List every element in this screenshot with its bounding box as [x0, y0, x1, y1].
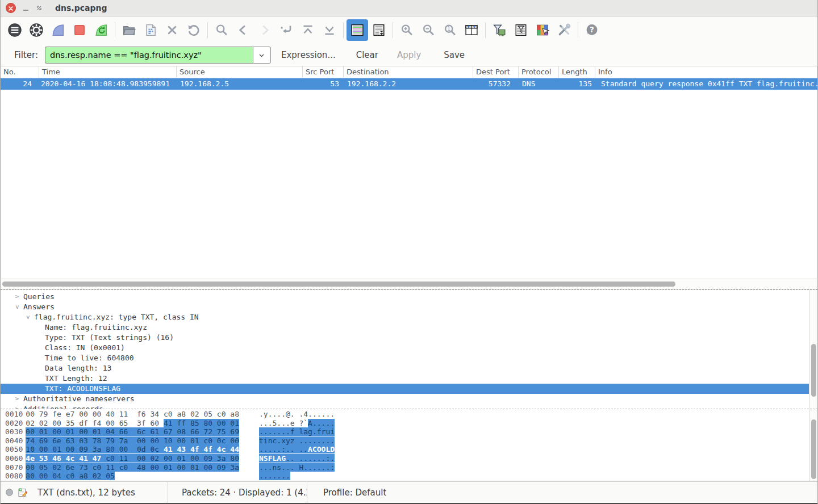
tree-row[interactable]: Type: TXT (Text strings) (16) [1, 333, 809, 343]
auto-scroll-button[interactable] [368, 19, 390, 41]
hscrollbar-thumb[interactable] [2, 282, 675, 287]
save-file-icon [143, 22, 158, 38]
capture-comment-icon[interactable] [16, 486, 28, 498]
hex-offset: 0040 [1, 436, 23, 445]
close-file-button[interactable] [161, 19, 183, 41]
save-button[interactable]: Save [444, 50, 465, 60]
filter-input[interactable] [45, 47, 253, 64]
bytes-scrollbar-thumb[interactable] [811, 419, 816, 479]
tree-row[interactable]: >Answers [1, 302, 809, 312]
tree-row[interactable]: >Authoritative nameservers [1, 394, 809, 404]
packet-list-hscrollbar[interactable] [1, 279, 817, 289]
filter-history-dropdown[interactable] [253, 47, 271, 64]
collapse-icon[interactable]: > [23, 313, 33, 321]
minimize-window-button[interactable] [22, 3, 30, 14]
coloring-rules-icon [535, 22, 550, 38]
hex-row[interactable]: 007000 05 02 6e 73 c0 11 c0 48 00 01 00 … [1, 463, 809, 472]
hex-row[interactable]: 001000 79 fe e7 00 00 40 11 f6 34 c0 a8 … [1, 410, 809, 419]
hex-row[interactable]: 004074 69 6e 63 03 78 79 7a 00 00 10 00 … [1, 436, 809, 446]
hex-row[interactable]: 005010 00 01 00 09 3a 80 00 0d 0c 41 43 … [1, 445, 809, 454]
hex-row[interactable]: 008080 00 04 c0 a8 02 05....... [1, 472, 809, 481]
toolbar-separator [485, 22, 486, 38]
preferences-icon [556, 22, 572, 38]
column-header-no[interactable]: No. [1, 66, 39, 78]
column-header-time[interactable]: Time [39, 66, 177, 78]
collapse-icon[interactable]: > [12, 303, 22, 311]
go-to-packet-button[interactable] [276, 19, 297, 41]
column-header-source[interactable]: Source [177, 66, 303, 78]
interface-list-icon [7, 22, 23, 38]
bytes-scrollbar[interactable] [809, 409, 817, 481]
colorize-button[interactable] [347, 19, 368, 41]
cell-time: 2020-04-16 18:08:48.983959891 [39, 78, 177, 90]
help-button[interactable]: ? [581, 19, 603, 41]
tree-row[interactable]: Class: IN (0x0001) [1, 343, 809, 353]
hex-row[interactable]: 00604e 53 46 4c 41 47 c0 11 00 02 00 01 … [1, 454, 809, 463]
column-header-length[interactable]: Length [559, 66, 595, 78]
zoom-100-button[interactable]: 1 [439, 19, 461, 41]
reload-button[interactable] [183, 19, 204, 41]
zoom-out-button[interactable] [418, 19, 439, 41]
apply-button[interactable]: Apply [397, 50, 421, 60]
go-last-packet-button[interactable] [319, 19, 340, 41]
title-bar: dns.pcapng [1, 0, 817, 16]
cell-info: Standard query response 0x41ff TXT flag.… [595, 78, 817, 90]
packet-row-selected[interactable]: 24 2020-04-16 18:08:48.983959891 192.168… [1, 78, 817, 90]
find-packet-button[interactable] [211, 19, 232, 41]
tree-row[interactable]: >flag.fruitinc.xyz: type TXT, class IN [1, 312, 809, 322]
tree-row[interactable]: Data length: 13 [1, 363, 809, 373]
details-scrollbar[interactable] [809, 290, 817, 409]
hex-row[interactable]: 003000 01 00 01 00 01 04 66 6c 61 67 08 … [1, 427, 809, 436]
close-window-button[interactable] [6, 3, 16, 13]
capture-restart-button[interactable] [90, 19, 112, 41]
capture-stop-button[interactable] [69, 19, 90, 41]
resize-columns-button[interactable] [461, 19, 482, 41]
status-profile[interactable]: Profile: Default [323, 488, 386, 498]
tree-row-selected[interactable]: TXT: ACOOLDNSFLAG [1, 384, 809, 394]
display-filters-button[interactable] [510, 19, 532, 41]
packet-details-rows: >Queries>Answers>flag.fruitinc.xyz: type… [1, 290, 809, 409]
tree-row[interactable]: TXT Length: 12 [1, 373, 809, 384]
tree-row[interactable]: Time to live: 604800 [1, 353, 809, 363]
column-header-protocol[interactable]: Protocol [519, 66, 559, 78]
hex-offset: 0050 [1, 445, 23, 453]
tree-row[interactable]: >Queries [1, 292, 809, 302]
preferences-button[interactable] [553, 19, 575, 41]
go-first-packet-button[interactable] [297, 19, 319, 41]
hex-row[interactable]: 002002 02 00 35 df f4 00 65 3f 60 41 ff … [1, 419, 809, 428]
capture-stop-icon [72, 22, 87, 38]
capture-start-button[interactable] [47, 19, 69, 41]
wireshark-window: dns.pcapng 1? Filter: Expression... Clea… [0, 0, 818, 504]
tree-row[interactable]: >Additional records [1, 404, 809, 409]
column-header-dest-port[interactable]: Dest Port [473, 66, 519, 78]
capture-options-button[interactable] [26, 19, 47, 41]
tree-row-label: Queries [21, 292, 55, 302]
tree-row[interactable]: Name: flag.fruitinc.xyz [1, 322, 809, 333]
column-header-info[interactable]: Info [595, 66, 817, 78]
expand-icon[interactable]: > [13, 394, 21, 404]
cell-length: 135 [559, 78, 595, 90]
go-back-button[interactable] [232, 19, 254, 41]
help-icon: ? [584, 22, 600, 38]
expand-icon[interactable]: > [13, 292, 21, 302]
restore-window-button[interactable] [35, 3, 43, 14]
save-file-button[interactable] [140, 19, 161, 41]
column-header-src-port[interactable]: Src Port [303, 66, 344, 78]
zoom-in-button[interactable] [396, 19, 418, 41]
go-forward-button[interactable] [254, 19, 276, 41]
tree-row-label: Authoritative nameservers [21, 394, 135, 404]
auto-scroll-icon [371, 22, 387, 38]
hex-offset: 0070 [1, 463, 23, 472]
open-file-icon [121, 22, 137, 38]
open-file-button[interactable] [118, 19, 140, 41]
expand-icon[interactable]: > [13, 404, 21, 409]
expression-button[interactable]: Expression... [281, 50, 336, 60]
details-scrollbar-thumb[interactable] [811, 344, 816, 397]
column-header-destination[interactable]: Destination [344, 66, 473, 78]
coloring-rules-button[interactable] [532, 19, 553, 41]
filter-label: Filter: [14, 50, 38, 60]
interface-list-button[interactable] [4, 19, 26, 41]
clear-button[interactable]: Clear [356, 50, 378, 60]
capture-filters-button[interactable] [489, 19, 510, 41]
expert-info-icon[interactable] [5, 488, 14, 497]
